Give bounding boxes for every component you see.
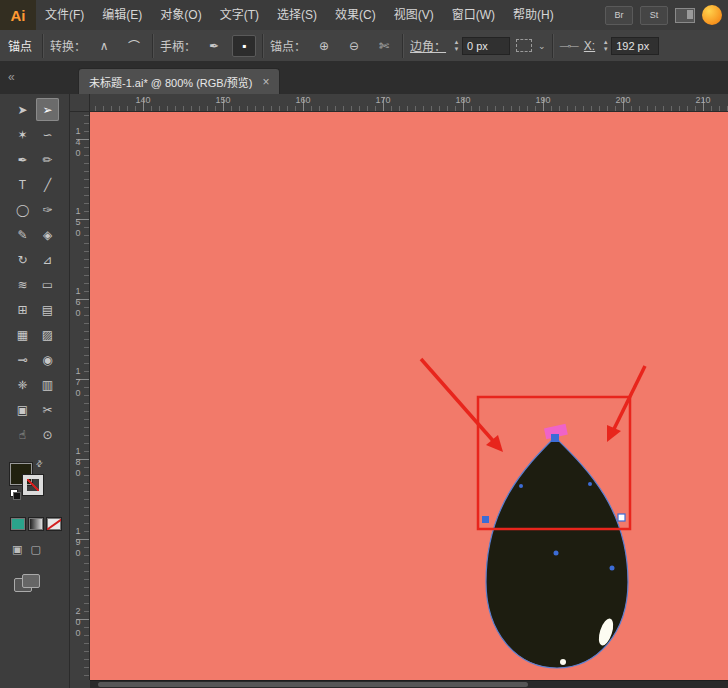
convert-to-corner-button[interactable]: ∧ — [92, 35, 116, 57]
gradient-tool[interactable]: ▨ — [36, 323, 59, 346]
type-tool[interactable]: T — [11, 173, 34, 196]
menu-item[interactable]: 对象(O) — [151, 0, 210, 30]
free-transform-tool[interactable]: ▭ — [36, 273, 59, 296]
scale-tool[interactable]: ⊿ — [36, 248, 59, 271]
swap-fill-stroke-icon[interactable]: ⇄ — [34, 458, 45, 469]
eyedropper-tool[interactable]: ⊸ — [11, 348, 34, 371]
anchor-point-left[interactable] — [482, 516, 489, 523]
app-logo-icon: Ai — [0, 0, 36, 30]
panels-icon[interactable] — [14, 574, 40, 592]
anchor-point-right[interactable] — [618, 514, 625, 521]
menu-item[interactable]: 效果(C) — [326, 0, 385, 30]
magic-wand-tool[interactable]: ✶ — [11, 123, 34, 146]
artboard-canvas[interactable] — [90, 112, 728, 680]
paintbrush-tool[interactable]: ✑ — [36, 198, 59, 221]
add-anchor-button[interactable]: ⊕ — [312, 35, 336, 57]
fill-stroke-widget: ⇄ — [10, 463, 58, 503]
ellipse-tool[interactable]: ◯ — [11, 198, 34, 221]
context-title: 锚点 — [8, 37, 32, 54]
cut-path-button[interactable]: ✄ — [372, 35, 396, 57]
select-similar-icon[interactable] — [516, 39, 532, 52]
menu-item[interactable]: 文件(F) — [36, 0, 93, 30]
x-coordinate-label[interactable]: X: — [584, 39, 595, 53]
stroke-swatch[interactable] — [23, 475, 43, 495]
symbol-sprayer-tool[interactable]: ❈ — [11, 373, 34, 396]
hand-tool[interactable]: ☝ — [11, 423, 34, 446]
selection-tool[interactable]: ➤ — [11, 98, 34, 121]
remove-anchor-button[interactable]: ⊖ — [342, 35, 366, 57]
anchor-dot-lower-right[interactable] — [610, 566, 615, 571]
shaper-tool[interactable]: ✎ — [11, 223, 34, 246]
collapse-panel-icon[interactable]: « — [8, 70, 15, 84]
mode-row: ▣ ▢ — [12, 543, 69, 556]
document-tab[interactable]: 未标题-1.ai* @ 800% (RGB/预览) × — [78, 68, 280, 94]
zoom-tool[interactable]: ⊙ — [36, 423, 59, 446]
curvature-tool[interactable]: ✏ — [36, 148, 59, 171]
mesh-tool[interactable]: ▦ — [11, 323, 34, 346]
show-handles-button[interactable]: ✒ — [202, 35, 226, 57]
anchor-dot-center[interactable] — [554, 551, 559, 556]
ruler-label: 200 — [73, 606, 83, 639]
perspective-grid-tool[interactable]: ▤ — [36, 298, 59, 321]
scrollbar-thumb[interactable] — [98, 682, 528, 687]
pen-tool[interactable]: ✒ — [11, 148, 34, 171]
ruler-label: 170 — [375, 95, 390, 105]
ruler-label: 140 — [135, 95, 150, 105]
x-spinner[interactable]: ▲▼ 192 px — [601, 37, 659, 55]
handle-dot-left[interactable] — [519, 484, 523, 488]
menu-item[interactable]: 窗口(W) — [443, 0, 504, 30]
menu-item[interactable]: 选择(S) — [268, 0, 326, 30]
anchor-point-top[interactable] — [551, 434, 559, 442]
none-button[interactable] — [46, 517, 62, 531]
lasso-tool[interactable]: ∽ — [36, 123, 59, 146]
menu-list: 文件(F) 编辑(E) 对象(O) 文字(T) 选择(S) 效果(C) 视图(V… — [36, 0, 563, 30]
width-tool[interactable]: ≋ — [11, 273, 34, 296]
shape-builder-tool[interactable]: ⊞ — [11, 298, 34, 321]
corner-value-field[interactable]: 0 px — [462, 37, 510, 55]
app-orb-icon[interactable] — [702, 5, 722, 25]
horizontal-scrollbar[interactable] — [90, 680, 728, 688]
screen-mode-icon[interactable]: ▢ — [30, 543, 40, 556]
topbar-right: Br St — [605, 0, 722, 30]
menu-item[interactable]: 帮助(H) — [504, 0, 563, 30]
document-title: 未标题-1.ai* @ 800% (RGB/预览) — [89, 74, 252, 90]
corner-link[interactable]: 边角： — [410, 37, 446, 54]
corner-spinner[interactable]: ▲▼ 0 px — [452, 37, 510, 55]
blend-tool[interactable]: ◉ — [36, 348, 59, 371]
menu-item[interactable]: 编辑(E) — [93, 0, 151, 30]
slice-tool[interactable]: ✂ — [36, 398, 59, 421]
ruler-origin-corner[interactable] — [70, 94, 90, 112]
style-button[interactable]: St — [640, 6, 668, 25]
convert-to-smooth-button[interactable]: ⌒ — [122, 35, 146, 57]
bridge-button[interactable]: Br — [605, 6, 633, 25]
column-graph-tool[interactable]: ▥ — [36, 373, 59, 396]
spinner-arrows-icon[interactable]: ▲▼ — [452, 39, 461, 53]
menu-item[interactable]: 文字(T) — [211, 0, 268, 30]
menu-bar: Ai 文件(F) 编辑(E) 对象(O) 文字(T) 选择(S) 效果(C) 视… — [0, 0, 728, 31]
menu-item[interactable]: 视图(V) — [385, 0, 443, 30]
separator — [262, 34, 264, 58]
highlight-speck — [560, 659, 566, 665]
color-button[interactable] — [10, 517, 26, 531]
eraser-tool[interactable]: ◈ — [36, 223, 59, 246]
line-segment-tool[interactable]: ╱ — [36, 173, 59, 196]
default-fill-stroke-icon[interactable] — [10, 489, 20, 499]
close-icon[interactable]: × — [262, 76, 269, 88]
handle-dot-right[interactable] — [588, 482, 592, 486]
rotate-tool[interactable]: ↻ — [11, 248, 34, 271]
draw-mode-icon[interactable]: ▣ — [12, 543, 22, 556]
hide-handles-button[interactable]: ▪ — [232, 35, 256, 57]
spinner-arrows-icon[interactable]: ▲▼ — [601, 39, 610, 53]
ruler-label: 210 — [695, 95, 710, 105]
artboard-tool[interactable]: ▣ — [11, 398, 34, 421]
vertical-ruler[interactable]: 140150160170180190200 — [70, 112, 90, 680]
illustrator-window: Ai 文件(F) 编辑(E) 对象(O) 文字(T) 选择(S) 效果(C) 视… — [0, 0, 728, 688]
control-bar: 锚点 转换： ∧ ⌒ 手柄： ✒ ▪ 锚点： ⊕ ⊖ ✄ 边角： ▲▼ 0 px… — [0, 30, 728, 62]
artboard-background[interactable] — [90, 112, 728, 680]
direct-selection-tool[interactable]: ➢ — [36, 98, 59, 121]
chevron-down-icon[interactable]: ⌄ — [538, 41, 546, 51]
workspace-switcher-icon[interactable] — [675, 8, 695, 23]
horizontal-ruler[interactable]: 140150160170180190200210 — [90, 94, 728, 112]
gradient-button[interactable] — [28, 517, 44, 531]
x-value-field[interactable]: 192 px — [611, 37, 659, 55]
